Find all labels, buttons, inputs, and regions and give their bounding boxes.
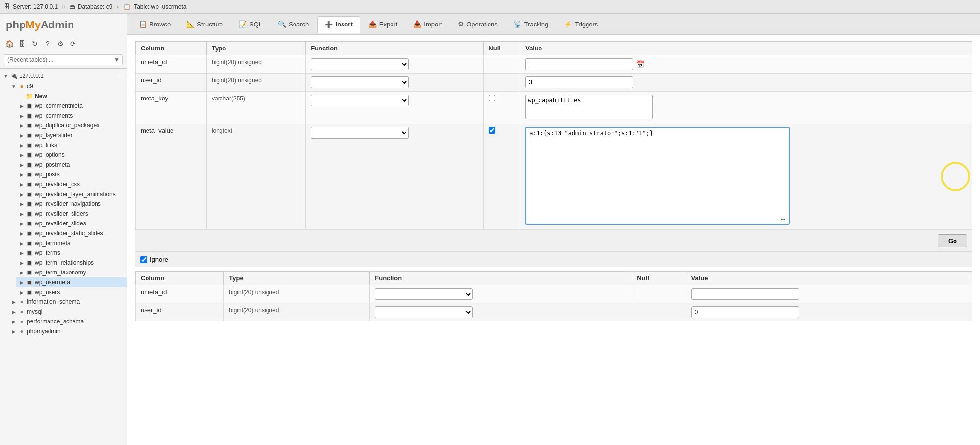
table-row: meta_value longtext a:1:{s:13: xyxy=(136,124,972,230)
term-rel-toggle: ▶ xyxy=(18,260,25,266)
row3-col-null xyxy=(484,92,520,124)
go-button[interactable]: Go xyxy=(938,234,967,247)
user-id2-value-input[interactable] xyxy=(691,306,799,318)
db-icon-breadcrumb: 🗃 xyxy=(69,3,75,10)
table-wp-posts[interactable]: ▶ 🔳 wp_posts xyxy=(16,170,127,179)
table-wp-users[interactable]: ▶ 🔳 wp_users xyxy=(16,287,127,297)
recent-tables-dropdown[interactable]: (Recent tables) ... ▼ xyxy=(4,54,123,65)
tab-export[interactable]: 📤 Export xyxy=(361,16,405,32)
table-wp-terms[interactable]: ▶ 🔳 wp_terms xyxy=(16,248,127,258)
tab-tracking[interactable]: 📡 Tracking xyxy=(506,16,556,32)
tab-import[interactable]: 📥 Import xyxy=(406,16,449,32)
table-wp-commentmeta[interactable]: ▶ 🔳 wp_commentmeta xyxy=(16,101,127,111)
new-label: New xyxy=(35,93,125,99)
table-wp-revslider-layer-animations[interactable]: ▶ 🔳 wp_revslider_layer_animations xyxy=(16,189,127,199)
umeta-id2-function-select[interactable] xyxy=(375,288,473,300)
tab-import-label: Import xyxy=(424,21,442,28)
dup-label: wp_duplicator_packages xyxy=(35,122,125,129)
meta-key-function-select[interactable] xyxy=(311,95,409,106)
sidebar-divider xyxy=(0,68,127,69)
reload-icon[interactable]: ⟳ xyxy=(68,38,78,49)
server-breadcrumb: Server: 127.0.0.1 xyxy=(13,3,58,10)
col-header-function: Function xyxy=(306,42,484,55)
table-wp-comments[interactable]: ▶ 🔳 wp_comments xyxy=(16,111,127,121)
tab-operations[interactable]: ⚙ Operations xyxy=(450,16,505,32)
table-icon: 🔳 xyxy=(25,269,33,276)
user-id2-function-select[interactable] xyxy=(375,306,473,318)
tab-browse[interactable]: 📋 Browse xyxy=(131,16,178,32)
meta-value-textarea[interactable]: a:1:{s:13:"administrator";s:1:"1";} xyxy=(525,127,790,225)
row2-1-col-value xyxy=(686,285,972,303)
server-tree-item[interactable]: ▼ 🔌 127.0.0.1 − xyxy=(0,71,127,81)
db-information-schema[interactable]: ▶ ● information_schema xyxy=(8,297,127,307)
logo: phpMyAdmin xyxy=(6,19,74,31)
revslider-css-toggle: ▶ xyxy=(18,182,25,187)
row1-col-type: bigint(20) unsigned xyxy=(206,55,305,74)
tab-insert-label: Insert xyxy=(335,21,352,28)
row2-2-col-name: user_id xyxy=(136,303,224,321)
calendar-icon[interactable]: 📅 xyxy=(636,60,644,68)
db-mysql-label: mysql xyxy=(27,308,125,315)
help-icon[interactable]: ? xyxy=(42,38,53,49)
db-phpmyadmin[interactable]: ▶ ● phpmyadmin xyxy=(8,326,127,336)
table-wp-options[interactable]: ▶ 🔳 wp_options xyxy=(16,150,127,160)
settings-icon[interactable]: ⚙ xyxy=(55,38,66,49)
table-wp-revslider-static-slides[interactable]: ▶ 🔳 wp_revslider_static_slides xyxy=(16,228,127,238)
tab-insert[interactable]: ➕ Insert xyxy=(317,16,360,33)
sql-icon: 📝 xyxy=(239,20,247,28)
meta-value-null-checkbox[interactable] xyxy=(489,127,495,134)
umeta-id2-value-input[interactable] xyxy=(691,288,799,300)
tab-structure[interactable]: 📐 Structure xyxy=(179,16,230,32)
db-c9[interactable]: ▼ ● c9 xyxy=(8,81,127,91)
db-performance-schema[interactable]: ▶ ● performance_schema xyxy=(8,317,127,326)
umeta-id-function-select[interactable] xyxy=(311,58,409,70)
table-wp-revslider-css[interactable]: ▶ 🔳 wp_revslider_css xyxy=(16,179,127,189)
table-wp-revslider-navigations[interactable]: ▶ 🔳 wp_revslider_navigations xyxy=(16,199,127,209)
commentmeta-toggle: ▶ xyxy=(18,103,25,109)
col-header-type: Type xyxy=(206,42,305,55)
term-tax-toggle: ▶ xyxy=(18,270,25,275)
user-id-function-select[interactable] xyxy=(311,76,409,88)
dropdown-arrow-icon: ▼ xyxy=(114,56,120,63)
table-wp-revslider-slides[interactable]: ▶ 🔳 wp_revslider_slides xyxy=(16,219,127,228)
user-id-value-input[interactable] xyxy=(525,76,633,88)
tab-triggers[interactable]: ⚡ Triggers xyxy=(557,16,605,32)
table-wp-postmeta[interactable]: ▶ 🔳 wp_postmeta xyxy=(16,160,127,170)
tab-tracking-label: Tracking xyxy=(524,21,548,28)
db-mysql[interactable]: ▶ ● mysql xyxy=(8,307,127,317)
database-icon[interactable]: 🗄 xyxy=(17,38,27,49)
table-row: umeta_id bigint(20) unsigned xyxy=(136,285,972,303)
table-wp-links[interactable]: ▶ 🔳 wp_links xyxy=(16,140,127,150)
tab-search[interactable]: 🔍 Search xyxy=(270,16,316,32)
tab-sql[interactable]: 📝 SQL xyxy=(231,16,270,32)
terms-label: wp_terms xyxy=(35,249,125,256)
ignore-checkbox[interactable] xyxy=(140,256,147,263)
umeta-id-value-input[interactable] xyxy=(525,58,633,70)
user-id2-label: user_id xyxy=(141,306,162,314)
table-wp-term-relationships[interactable]: ▶ 🔳 wp_term_relationships xyxy=(16,258,127,268)
structure-icon: 📐 xyxy=(186,20,195,28)
table-wp-usermeta[interactable]: ▶ 🔳 wp_usermeta xyxy=(16,277,127,287)
collapse-icon[interactable]: − xyxy=(116,72,125,80)
home-icon[interactable]: 🏠 xyxy=(4,38,15,49)
table-new[interactable]: 📁 New xyxy=(16,91,127,101)
meta-value-function-select[interactable] xyxy=(311,127,409,139)
table-wp-term-taxonomy[interactable]: ▶ 🔳 wp_term_taxonomy xyxy=(16,268,127,277)
table-wp-layerslider[interactable]: ▶ 🔳 wp_layerslider xyxy=(16,130,127,140)
resize-icon[interactable]: ↔ xyxy=(779,215,787,223)
posts-toggle: ▶ xyxy=(18,172,25,177)
table-wp-duplicator-packages[interactable]: ▶ 🔳 wp_duplicator_packages xyxy=(16,121,127,130)
table-wp-revslider-sliders[interactable]: ▶ 🔳 wp_revslider_sliders xyxy=(16,209,127,219)
table-wp-termmeta[interactable]: ▶ 🔳 wp_termmeta xyxy=(16,238,127,248)
rev-nav-label: wp_revslider_navigations xyxy=(35,200,125,207)
postmeta-label: wp_postmeta xyxy=(35,161,125,168)
refresh-icon[interactable]: ↻ xyxy=(29,38,40,49)
table-icon: 🔳 xyxy=(25,102,33,110)
links-toggle: ▶ xyxy=(18,143,25,148)
c9-toggle-icon: ▼ xyxy=(10,84,18,89)
meta-key-value-textarea[interactable]: wp_capabilities xyxy=(525,95,653,119)
row4-col-null xyxy=(484,124,520,230)
row3-col-type: varchar(255) xyxy=(206,92,305,124)
layer-toggle: ▶ xyxy=(18,133,25,138)
meta-key-null-checkbox[interactable] xyxy=(489,95,495,101)
